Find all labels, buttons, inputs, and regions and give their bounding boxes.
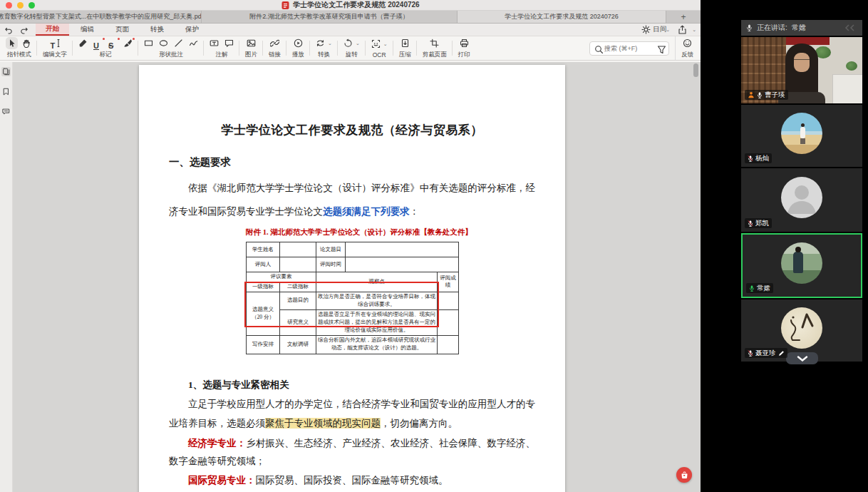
table-header: 一级指标 <box>247 282 280 292</box>
ocr-icon[interactable] <box>371 39 381 48</box>
table-cell-blank <box>438 292 459 309</box>
toolbar-group-play: 播放 <box>286 36 310 60</box>
economics-major-label: 经济学专业： <box>188 438 246 449</box>
toolbar: 指针模式 T 编辑文字 U S 标记 <box>0 36 701 61</box>
calligraphy-art <box>781 307 822 349</box>
pen-icon[interactable] <box>123 39 133 48</box>
rectangle-icon[interactable] <box>144 39 153 48</box>
bookmark-panel-icon[interactable] <box>1 87 11 96</box>
table-cell-blank <box>438 335 459 354</box>
ribbon-tab-edit[interactable]: 编辑 <box>71 24 104 36</box>
subsection-heading-1: 1、选题与专业紧密相关 <box>188 379 535 391</box>
table-cell-blank <box>438 309 459 335</box>
pdf-app-window: 学士学位论文工作要求及规范 20240726 教育数字化转型背景下支架式...在… <box>0 0 701 492</box>
participant-tile-caoziying[interactable]: 曹子瑛 <box>741 37 862 103</box>
share-icon[interactable] <box>678 25 687 34</box>
search-input[interactable] <box>604 45 654 52</box>
toolbar-group-label: 注解 <box>216 51 228 59</box>
chevron-down-icon: ⌄ <box>328 41 332 46</box>
table-cell: 文献调研 <box>280 335 316 354</box>
comment-icon[interactable] <box>224 39 234 48</box>
mic-muted-icon <box>748 220 753 227</box>
participant-name-pill: 郑凯 <box>745 218 772 228</box>
thumbnails-panel-icon[interactable] <box>1 67 11 76</box>
collapse-ribbon-icon[interactable]: ⌄ <box>692 27 696 33</box>
vertical-scrollbar[interactable] <box>693 63 698 77</box>
strikethrough-icon[interactable]: S <box>108 39 118 48</box>
table-cell-blank <box>346 257 459 272</box>
toolbar-group-compress: 压缩 <box>393 36 417 60</box>
reply-arrows-icon <box>844 24 857 31</box>
close-button[interactable] <box>6 2 12 9</box>
pdf-file-icon <box>281 1 290 10</box>
toolbar-group-markup: U S 标记 <box>73 36 138 60</box>
rotate-icon[interactable] <box>343 39 353 48</box>
filter-icon[interactable] <box>657 45 664 52</box>
ribbon-tab-home[interactable]: 开始 <box>36 24 69 36</box>
underline-icon[interactable]: U <box>93 39 103 48</box>
sun-icon <box>641 25 651 34</box>
document-tab-bar: 教育数字化转型背景下支架式...在中职数学教学中的应用研究_邱天奥.pdf 附件… <box>0 11 701 24</box>
doc-tab-3-active[interactable]: 学士学位论文工作要求及规范 20240726 <box>458 11 666 23</box>
new-tab-button[interactable]: + <box>666 11 701 23</box>
text-edit-icon[interactable]: T <box>51 39 60 48</box>
undo-icon[interactable] <box>4 25 14 34</box>
feedback-icon <box>683 39 692 48</box>
table-cell: 选题是否立足于所在专业领域的理论问题、现实问题或技术问题，提出的见解和方法是否具… <box>316 309 438 335</box>
trade-major-label: 国际贸易专业： <box>188 475 256 486</box>
minimize-button[interactable] <box>17 2 24 9</box>
document-viewport[interactable]: 学士学位论文工作要求及规范（经济与贸易系） 一、选题要求 依据《湖北师范大学学士… <box>13 62 701 492</box>
mic-speaking-icon <box>749 285 755 292</box>
table-cell: 评阅人 <box>247 257 280 272</box>
toolbar-group-print: 打印 <box>453 36 476 60</box>
participant-name: 郑凯 <box>755 220 769 227</box>
participant-tile-changchang-active[interactable]: 常嫦 <box>741 233 862 298</box>
display-mode-toggle[interactable]: 日间 ⌄ <box>641 25 670 34</box>
freehand-icon[interactable] <box>189 39 198 48</box>
participant-name-pill: 曹子瑛 <box>745 90 788 100</box>
meeting-panel: 正在讲话: 常嫦 曹子瑛 <box>741 20 862 362</box>
ellipse-icon[interactable] <box>159 39 168 48</box>
table-cell: 写作安排 <box>247 335 280 354</box>
print-icon[interactable] <box>460 39 469 48</box>
titlebar: 学士学位论文工作要求及规范 20240726 <box>0 0 701 11</box>
participant-name: 聂亚珍 <box>755 349 776 357</box>
toolbar-group-crop: 剪裁页面 <box>417 36 453 60</box>
hand-icon[interactable] <box>22 39 31 48</box>
traffic-lights <box>6 2 35 9</box>
ribbon-tab-page[interactable]: 页面 <box>105 24 139 36</box>
play-icon[interactable] <box>294 39 303 48</box>
participant-tile-zhengkai[interactable]: 郑凯 <box>741 168 862 232</box>
textbox-icon[interactable] <box>210 39 219 48</box>
ribbon-tab-convert[interactable]: 转换 <box>140 24 174 36</box>
rename-pencil-icon[interactable] <box>778 350 785 357</box>
table-caption: 附件 1. 湖北师范大学学士学位论文（设计）评分标准【教务处文件】 <box>246 227 460 237</box>
link-icon[interactable] <box>270 39 279 48</box>
table-header: 评阅成绩 <box>438 272 459 292</box>
convert-icon[interactable] <box>316 39 325 48</box>
table-cell-blank <box>346 242 459 257</box>
line-icon[interactable] <box>174 39 183 48</box>
doc-tab-2[interactable]: 附件2.湖北师范大学教学改革研究项目申请书（曹子瑛） <box>202 11 458 23</box>
compress-icon[interactable] <box>401 39 410 48</box>
table-cell: 选题意义（20 分） <box>247 292 280 335</box>
feedback-button[interactable]: 反馈 <box>675 36 699 60</box>
promo-red-packet-button[interactable] <box>676 467 692 483</box>
toolbar-group-label: 指针模式 <box>7 51 31 59</box>
cursor-icon[interactable] <box>7 39 16 48</box>
glasses <box>794 59 810 63</box>
comments-panel-icon[interactable] <box>1 107 11 116</box>
image-icon[interactable] <box>247 39 256 48</box>
doc-tab-1[interactable]: 教育数字化转型背景下支架式...在中职数学教学中的应用研究_邱天奥.pdf <box>0 11 202 23</box>
redo-icon[interactable] <box>19 25 29 34</box>
ribbon-tab-protect[interactable]: 保护 <box>175 24 209 36</box>
highlighter-icon[interactable] <box>78 39 88 48</box>
search-box <box>589 41 669 56</box>
toolbar-group-label: 图片 <box>245 51 257 59</box>
crop-icon[interactable] <box>430 39 439 48</box>
participant-tile-yangcan[interactable]: 杨灿 <box>741 105 862 167</box>
fullscreen-button[interactable] <box>29 2 35 9</box>
collapse-participants-button[interactable] <box>786 352 818 364</box>
participant-name: 杨灿 <box>755 155 769 162</box>
side-panel-strip <box>0 62 13 492</box>
